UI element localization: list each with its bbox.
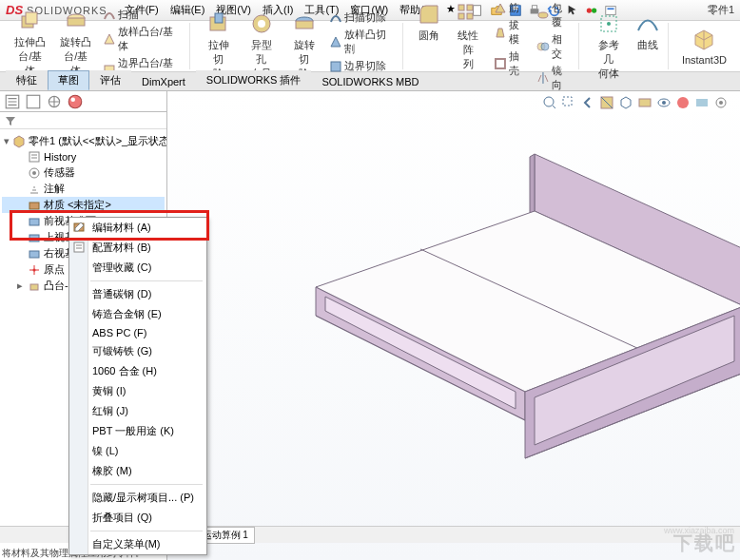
tree-item-icon xyxy=(28,183,41,196)
tree-item-0[interactable]: History xyxy=(2,149,165,164)
tree-item-label: 原点 xyxy=(44,262,65,277)
svg-rect-25 xyxy=(496,59,505,68)
ctx-item-11[interactable]: PBT 一般用途 (K) xyxy=(69,421,206,441)
ctx-item-16[interactable]: 折叠项目 (Q) xyxy=(69,508,206,528)
tree-item-label: 传感器 xyxy=(44,165,75,180)
cmd-intersect[interactable]: 相交 xyxy=(535,31,574,62)
view-orientation-icon[interactable] xyxy=(618,95,633,110)
cmd-ref-geometry[interactable]: 参考几 何体 xyxy=(589,10,628,83)
tree-root-label: 零件1 (默认<<默认>_显示状态 1>) xyxy=(29,134,166,148)
ctx-item-label: 编辑材料 (A) xyxy=(92,222,151,233)
cmd-draft[interactable]: 拔模 xyxy=(492,17,532,48)
document-title: 零件1 xyxy=(708,3,734,17)
tree-item-icon xyxy=(28,215,41,228)
cmd-linear-pattern[interactable]: 线性阵 列 xyxy=(449,0,488,93)
filter-icon[interactable] xyxy=(4,114,17,127)
fm-tab-config-icon[interactable] xyxy=(46,93,63,110)
expand-icon[interactable]: ▾ xyxy=(4,135,10,147)
graphics-viewport[interactable] xyxy=(167,91,740,560)
svg-rect-10 xyxy=(26,12,37,24)
ctx-item-9[interactable]: 黄铜 (I) xyxy=(69,381,206,401)
ctx-item-label: 普通碳钢 (D) xyxy=(92,288,151,299)
view-settings-icon[interactable] xyxy=(713,95,729,110)
svg-rect-66 xyxy=(74,242,84,252)
cmd-sweep-cut[interactable]: 扫描切除 xyxy=(327,10,399,26)
fm-tab-property-icon[interactable] xyxy=(25,93,42,110)
zoom-fit-icon[interactable] xyxy=(542,95,557,110)
svg-rect-42 xyxy=(29,251,39,258)
svg-rect-15 xyxy=(215,13,223,23)
tree-root[interactable]: ▾ 零件1 (默认<<默认>_显示状态 1>) xyxy=(2,133,165,149)
tree-item-icon xyxy=(28,247,41,261)
ctx-item-label: PBT 一般用途 (K) xyxy=(92,425,174,436)
tab-评估[interactable]: 评估 xyxy=(89,70,131,90)
svg-point-34 xyxy=(68,95,82,108)
tree-item-2[interactable]: 注解 xyxy=(2,181,165,197)
svg-point-28 xyxy=(541,43,549,50)
previous-view-icon[interactable] xyxy=(580,95,595,110)
svg-point-26 xyxy=(538,12,548,18)
ctx-item-10[interactable]: 红铜 (J) xyxy=(69,401,206,421)
edit-icon xyxy=(72,221,86,234)
ribbon: 拉伸凸 台/基体 旋转凸 台/基体 扫描 放样凸台/基体 边界凸台/基体 拉伸切… xyxy=(0,21,740,72)
cmd-sweep[interactable]: 扫描 xyxy=(101,7,185,23)
tab-DimXpert[interactable]: DimXpert xyxy=(131,73,196,90)
tree-item-icon xyxy=(28,199,41,212)
svg-point-55 xyxy=(544,97,554,106)
svg-rect-56 xyxy=(563,97,572,106)
ctx-item-7[interactable]: 可锻铸铁 (G) xyxy=(69,341,206,361)
ctx-item-0[interactable]: 编辑材料 (A) xyxy=(69,218,206,238)
ctx-item-label: 橡胶 (M) xyxy=(92,465,132,476)
ctx-item-5[interactable]: 铸造合金钢 (E) xyxy=(69,304,206,324)
config-icon xyxy=(72,241,86,254)
svg-point-35 xyxy=(71,97,76,102)
ctx-item-13[interactable]: 橡胶 (M) xyxy=(69,461,206,481)
tree-item-label: 注解 xyxy=(44,182,65,196)
ctx-item-label: 镍 (L) xyxy=(92,445,119,456)
cmd-shell[interactable]: 抽壳 xyxy=(492,48,532,79)
apply-scene-icon[interactable] xyxy=(694,95,710,110)
tree-item-icon xyxy=(28,150,41,164)
ctx-item-1[interactable]: 配置材料 (B) xyxy=(69,238,206,258)
ctx-item-label: 可锻铸铁 (G) xyxy=(92,345,152,357)
heads-up-toolbar xyxy=(540,93,730,112)
cmd-curves[interactable]: 曲线 xyxy=(632,10,664,83)
ctx-item-8[interactable]: 1060 合金 (H) xyxy=(69,361,206,381)
tree-item-3[interactable]: 材质 <未指定> xyxy=(2,197,165,213)
section-view-icon[interactable] xyxy=(599,95,614,110)
ctx-item-label: 黄铜 (I) xyxy=(92,385,126,396)
svg-rect-21 xyxy=(458,5,464,10)
tree-item-1[interactable]: 传感器 xyxy=(2,164,165,181)
svg-point-60 xyxy=(662,101,666,105)
cmd-mirror[interactable]: 镜向 xyxy=(535,63,574,93)
ctx-item-6[interactable]: ABS PC (F) xyxy=(69,324,206,341)
watermark-text: 下载吧 xyxy=(673,531,736,556)
ctx-item-12[interactable]: 镍 (L) xyxy=(69,441,206,461)
cmd-instant3d[interactable]: Instant3D xyxy=(678,26,730,68)
svg-point-64 xyxy=(719,101,723,105)
tab-草图[interactable]: 草图 xyxy=(48,70,89,90)
svg-rect-44 xyxy=(30,284,38,290)
ctx-item-15[interactable]: 隐藏/显示树项目... (P) xyxy=(69,488,206,508)
fm-tab-appearance-icon[interactable] xyxy=(67,93,84,110)
svg-point-38 xyxy=(32,171,36,175)
tab-SOLIDWORKS MBD[interactable]: SOLIDWORKS MBD xyxy=(311,73,429,90)
ctx-item-4[interactable]: 普通碳钢 (D) xyxy=(69,284,206,304)
cmd-wrap[interactable]: 包覆 xyxy=(535,0,574,30)
cmd-boundary-cut[interactable]: 边界切除 xyxy=(327,58,399,74)
ctx-item-18[interactable]: 自定义菜单(M) xyxy=(69,534,206,554)
tab-SOLIDWORKS 插件[interactable]: SOLIDWORKS 插件 xyxy=(196,70,312,90)
tab-特征[interactable]: 特征 xyxy=(6,70,48,90)
cmd-loft-cut[interactable]: 放样凸切割 xyxy=(327,27,399,57)
edit-appearance-icon[interactable] xyxy=(675,95,691,110)
ctx-item-2[interactable]: 管理收藏 (C) xyxy=(69,258,206,278)
fm-tab-tree-icon[interactable] xyxy=(4,93,21,110)
zoom-area-icon[interactable] xyxy=(561,95,576,110)
svg-rect-22 xyxy=(467,5,473,10)
context-menu: 编辑材料 (A)配置材料 (B)管理收藏 (C)普通碳钢 (D)铸造合金钢 (E… xyxy=(68,217,207,555)
cmd-loft[interactable]: 放样凸台/基体 xyxy=(101,24,185,54)
cmd-rib[interactable]: 筋 xyxy=(492,0,532,16)
display-style-icon[interactable] xyxy=(637,95,652,110)
expand-icon[interactable]: ▸ xyxy=(15,280,25,292)
hide-show-icon[interactable] xyxy=(656,95,672,110)
